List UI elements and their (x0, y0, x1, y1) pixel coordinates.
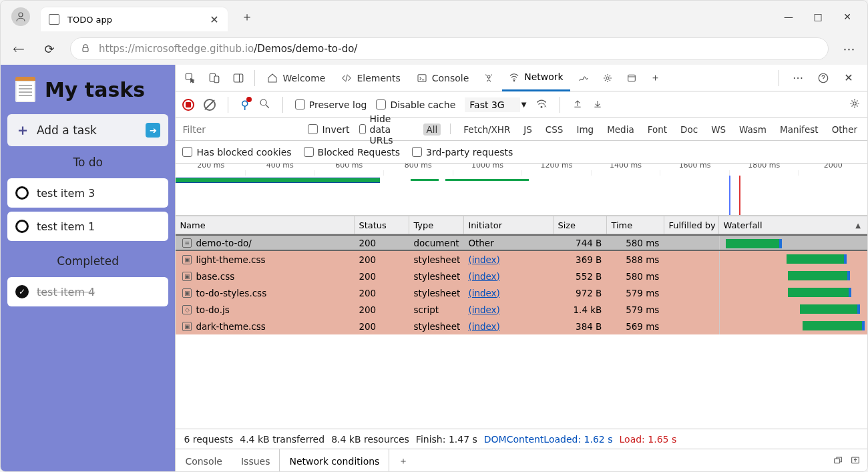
drawer-tab-network-conditions[interactable]: Network conditions (279, 449, 389, 473)
task-item-done[interactable]: test item 4 (7, 277, 168, 306)
type-filter-font[interactable]: Font (644, 124, 670, 136)
sources-icon[interactable] (478, 67, 499, 89)
request-initiator-link[interactable]: (index) (468, 271, 499, 282)
request-initiator-link[interactable]: (index) (468, 254, 499, 265)
tab-network[interactable]: Network (502, 65, 570, 91)
request-name: demo-to-do/ (196, 238, 251, 248)
devtools-help-icon[interactable] (814, 69, 833, 87)
devtools-more-icon[interactable]: ⋯ (789, 69, 807, 87)
task-item[interactable]: test item 1 (7, 212, 168, 241)
drawer-tab-console[interactable]: Console (176, 449, 232, 473)
request-row[interactable]: ▣base.css200stylesheet(index)552 B580 ms (176, 268, 867, 284)
preserve-log-checkbox[interactable]: Preserve log (295, 99, 367, 110)
todo-section-header: To do (7, 153, 168, 172)
new-tab-button[interactable]: ＋ (237, 7, 257, 27)
svg-rect-18 (835, 459, 840, 463)
add-task-label: Add a task (37, 124, 139, 137)
request-initiator-link[interactable]: (index) (468, 321, 499, 332)
clear-button[interactable] (204, 99, 216, 111)
type-filter-ws[interactable]: WS (708, 124, 729, 136)
task-checkbox-icon[interactable] (15, 220, 29, 233)
request-initiator-link[interactable]: (index) (468, 288, 499, 298)
type-filter-js[interactable]: JS (520, 124, 535, 136)
request-row[interactable]: ▣to-do-styles.css200stylesheet(index)972… (176, 284, 867, 301)
task-item[interactable]: test item 3 (7, 178, 168, 208)
filter-toggle-icon[interactable]: ⚲ (240, 98, 248, 111)
svg-point-0 (19, 13, 23, 17)
type-filter-wasm[interactable]: Wasm (736, 124, 770, 136)
task-text: test item 3 (37, 187, 95, 200)
invert-checkbox[interactable]: Invert (308, 124, 349, 135)
type-filter-other[interactable]: Other (829, 124, 861, 136)
col-time: Time (607, 216, 664, 234)
request-type: stylesheet (409, 321, 464, 332)
type-filter-all[interactable]: All (423, 124, 441, 136)
download-har-icon[interactable] (592, 98, 603, 111)
request-row[interactable]: ▣light-theme.css200stylesheet(index)369 … (176, 251, 867, 268)
maximize-button[interactable]: □ (811, 11, 825, 22)
load-marker (739, 176, 740, 216)
svg-rect-7 (418, 74, 426, 81)
drawer-collapse-icon[interactable] (850, 455, 861, 467)
device-emulation-icon[interactable] (204, 67, 225, 89)
submit-task-icon[interactable]: ➔ (146, 123, 160, 138)
drawer-tab-issues[interactable]: Issues (232, 449, 280, 473)
type-filter-media[interactable]: Media (604, 124, 638, 136)
col-type: Type (409, 216, 464, 234)
network-table: Name Status Type Initiator Size Time Ful… (176, 216, 867, 429)
performance-icon[interactable] (573, 67, 594, 89)
detached-window-icon[interactable] (621, 67, 642, 89)
inspect-element-icon[interactable] (180, 67, 201, 89)
throttling-select[interactable]: Fast 3G▼ (465, 97, 526, 112)
tab-welcome[interactable]: Welcome (260, 65, 332, 91)
completed-section-header: Completed (7, 252, 168, 270)
blocked-requests-checkbox[interactable]: Blocked Requests (304, 147, 400, 158)
summary-finish: Finish: 1.47 s (416, 434, 477, 445)
search-icon[interactable] (258, 97, 270, 112)
disable-cache-checkbox[interactable]: Disable cache (376, 99, 455, 110)
dock-side-icon[interactable] (228, 67, 249, 89)
tab-close-icon[interactable]: ✕ (209, 13, 220, 26)
filter-input[interactable] (182, 123, 298, 136)
task-text: test item 4 (37, 286, 95, 298)
drawer-expand-icon[interactable] (833, 455, 843, 467)
request-initiator-link[interactable]: (index) (468, 304, 499, 315)
request-row[interactable]: ▣dark-theme.css200stylesheet(index)384 B… (176, 318, 867, 334)
address-bar[interactable]: https://microsoftedge.github.io/Demos/de… (70, 37, 829, 60)
col-waterfall: Waterfall▲ (719, 216, 867, 234)
minimize-button[interactable]: — (782, 11, 795, 22)
type-filter-img[interactable]: Img (573, 124, 597, 136)
network-table-header[interactable]: Name Status Type Initiator Size Time Ful… (176, 216, 867, 234)
task-checkbox-checked-icon[interactable] (15, 285, 29, 298)
type-filter-manifest[interactable]: Manifest (777, 124, 822, 136)
more-tabs-button[interactable]: ＋ (645, 67, 666, 89)
blocked-cookies-checkbox[interactable]: Has blocked cookies (182, 147, 291, 158)
offline-wifi-icon[interactable] (535, 97, 548, 112)
svg-rect-1 (83, 47, 88, 51)
type-filter-fetchxhr[interactable]: Fetch/XHR (460, 124, 513, 136)
tab-elements[interactable]: Elements (335, 65, 407, 91)
svg-rect-4 (214, 76, 219, 83)
third-party-checkbox[interactable]: 3rd-party requests (412, 147, 513, 158)
drawer-add-tab[interactable]: ＋ (389, 449, 417, 473)
network-timeline[interactable]: 200 ms400 ms600 ms800 ms1000 ms1200 ms14… (176, 164, 867, 216)
add-task-button[interactable]: ＋ Add a task ➔ (7, 114, 168, 146)
request-row[interactable]: ≡demo-to-do/200documentOther744 B580 ms (176, 234, 867, 251)
browser-more-button[interactable]: ⋯ (839, 42, 859, 56)
close-window-button[interactable]: ✕ (841, 11, 854, 22)
profile-avatar[interactable] (11, 7, 30, 26)
request-row[interactable]: ◇to-do.js200script(index)1.4 kB579 ms (176, 301, 867, 318)
svg-point-14 (260, 99, 266, 105)
upload-har-icon[interactable] (572, 98, 583, 111)
application-icon[interactable] (597, 67, 618, 89)
tab-console[interactable]: Console (410, 65, 476, 91)
back-button[interactable]: 🡐 (9, 39, 29, 59)
devtools-close-icon[interactable]: ✕ (839, 69, 858, 87)
task-checkbox-icon[interactable] (15, 186, 29, 200)
record-button[interactable] (182, 99, 194, 111)
network-settings-icon[interactable] (849, 97, 861, 112)
type-filter-css[interactable]: CSS (542, 124, 567, 136)
type-filter-doc[interactable]: Doc (677, 124, 701, 136)
browser-tab[interactable]: TODO app ✕ (41, 7, 228, 31)
refresh-button[interactable]: ⟳ (39, 39, 59, 59)
